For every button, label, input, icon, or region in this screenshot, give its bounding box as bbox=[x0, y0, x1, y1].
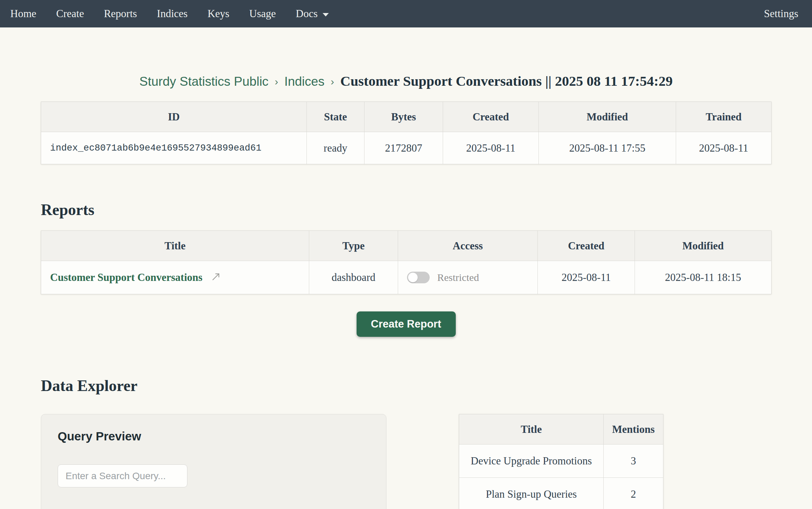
nav-right-group: Settings bbox=[764, 8, 798, 20]
index-state-cell: ready bbox=[307, 132, 364, 164]
breadcrumb-site-link[interactable]: Sturdy Statistics Public bbox=[139, 74, 268, 88]
index-table: ID State Bytes Created Modified Trained … bbox=[41, 102, 772, 164]
nav-item-keys[interactable]: Keys bbox=[208, 8, 230, 20]
query-preview-panel: Query Preview bbox=[41, 414, 386, 509]
nav-item-docs[interactable]: Docs bbox=[296, 8, 329, 20]
reports-heading: Reports bbox=[41, 201, 771, 219]
chevron-down-icon bbox=[323, 13, 329, 16]
index-table-header-row: ID State Bytes Created Modified Trained bbox=[41, 102, 772, 132]
nav-item-create[interactable]: Create bbox=[56, 8, 84, 20]
reports-header-modified: Modified bbox=[635, 231, 772, 261]
topics-table-row: Device Upgrade Promotions 3 bbox=[459, 445, 663, 478]
breadcrumb-indices-link[interactable]: Indices bbox=[284, 74, 324, 88]
nav-item-reports[interactable]: Reports bbox=[104, 8, 137, 20]
query-preview-heading: Query Preview bbox=[58, 429, 370, 443]
index-table-header-trained: Trained bbox=[676, 102, 772, 132]
create-report-row: Create Report bbox=[41, 311, 771, 337]
reports-table-row: Customer Support Conversations dashboard… bbox=[41, 261, 772, 294]
report-modified-cell: 2025-08-11 18:15 bbox=[635, 261, 772, 294]
report-title-link[interactable]: Customer Support Conversations bbox=[50, 271, 202, 283]
create-report-button[interactable]: Create Report bbox=[357, 311, 456, 337]
reports-header-access: Access bbox=[398, 231, 538, 261]
index-table-header-created: Created bbox=[443, 102, 539, 132]
nav-left-group: Home Create Reports Indices Keys Usage D… bbox=[10, 8, 329, 20]
report-access-cell: Restricted bbox=[398, 261, 538, 294]
index-modified-cell: 2025-08-11 17:55 bbox=[539, 132, 676, 164]
access-toggle-label: Restricted bbox=[437, 272, 479, 283]
report-created-cell: 2025-08-11 bbox=[538, 261, 635, 294]
reports-table-header-row: Title Type Access Created Modified bbox=[41, 231, 772, 261]
topics-header-title: Title bbox=[459, 414, 604, 445]
nav-item-indices[interactable]: Indices bbox=[157, 8, 188, 20]
search-query-input[interactable] bbox=[58, 464, 187, 487]
top-navbar: Home Create Reports Indices Keys Usage D… bbox=[0, 0, 812, 27]
breadcrumb-separator-icon: › bbox=[275, 76, 278, 87]
nav-item-usage[interactable]: Usage bbox=[249, 8, 276, 20]
topic-title-cell: Plan Sign-up Queries bbox=[459, 478, 604, 509]
index-table-header-id: ID bbox=[41, 102, 307, 132]
index-bytes-cell: 2172807 bbox=[364, 132, 443, 164]
topic-title-cell: Device Upgrade Promotions bbox=[459, 445, 604, 478]
access-toggle-knob bbox=[408, 273, 418, 282]
topics-table-row: Plan Sign-up Queries 2 bbox=[459, 478, 663, 509]
topics-table-header-row: Title Mentions bbox=[459, 414, 663, 445]
index-table-header-state: State bbox=[307, 102, 364, 132]
index-created-cell: 2025-08-11 bbox=[443, 132, 539, 164]
report-title-cell: Customer Support Conversations bbox=[41, 261, 309, 294]
external-link-icon bbox=[211, 272, 221, 282]
index-table-header-bytes: Bytes bbox=[364, 102, 443, 132]
reports-header-created: Created bbox=[538, 231, 635, 261]
report-type-cell: dashboard bbox=[309, 261, 398, 294]
topic-mentions-cell: 2 bbox=[604, 478, 663, 509]
nav-item-settings[interactable]: Settings bbox=[764, 8, 798, 20]
nav-item-home[interactable]: Home bbox=[10, 8, 36, 20]
index-id-cell: index_ec8071ab6b9e4e1695527934899ead61 bbox=[41, 132, 307, 164]
nav-item-docs-label: Docs bbox=[296, 8, 318, 20]
index-table-header-modified: Modified bbox=[539, 102, 676, 132]
topics-header-mentions: Mentions bbox=[604, 414, 663, 445]
page-title: Customer Support Conversations || 2025 0… bbox=[340, 73, 673, 89]
reports-header-type: Type bbox=[309, 231, 398, 261]
access-toggle[interactable] bbox=[407, 272, 430, 283]
data-explorer-body: Query Preview Title Mentions Device Upgr… bbox=[41, 414, 771, 509]
breadcrumb-separator-icon: › bbox=[331, 76, 334, 87]
index-table-row: index_ec8071ab6b9e4e1695527934899ead61 r… bbox=[41, 132, 772, 164]
reports-header-title: Title bbox=[41, 231, 309, 261]
breadcrumb: Sturdy Statistics Public › Indices › Cus… bbox=[41, 73, 771, 89]
topic-mentions-cell: 3 bbox=[604, 445, 663, 478]
page-content: Sturdy Statistics Public › Indices › Cus… bbox=[41, 73, 771, 509]
index-trained-cell: 2025-08-11 bbox=[676, 132, 772, 164]
access-control: Restricted bbox=[398, 272, 537, 283]
data-explorer-heading: Data Explorer bbox=[41, 377, 771, 395]
reports-table: Title Type Access Created Modified Custo… bbox=[41, 230, 772, 294]
topics-table: Title Mentions Device Upgrade Promotions… bbox=[459, 414, 663, 509]
